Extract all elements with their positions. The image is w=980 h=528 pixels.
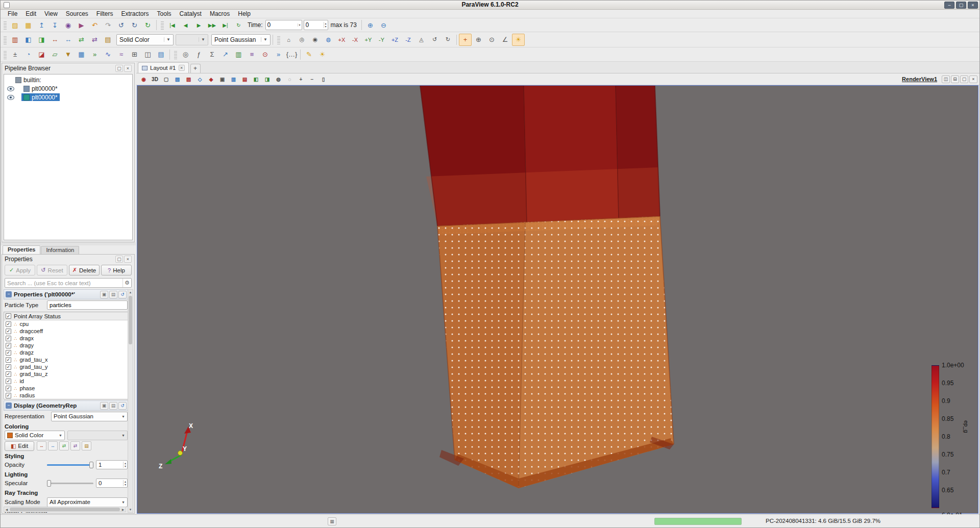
properties-section-header[interactable]: − Properties ('plt00000*' ▣▤↺ xyxy=(4,289,129,299)
search-input[interactable] xyxy=(5,280,122,286)
adjust-camera-icon[interactable]: ◉ xyxy=(138,74,149,84)
slice-icon[interactable]: ▱ xyxy=(48,48,61,61)
isometric-view-icon[interactable]: ◬ xyxy=(415,34,428,46)
programmable-filter-icon[interactable]: {…} xyxy=(285,48,298,61)
frame-index-input[interactable] xyxy=(304,20,324,30)
view-minus-x-icon[interactable]: -X xyxy=(349,34,361,46)
array-row[interactable]: ∴ grad_tau_z xyxy=(4,370,128,378)
scroll-down-icon[interactable]: ▼ xyxy=(128,507,133,512)
particle-type-field[interactable] xyxy=(47,300,128,310)
display-section-header[interactable]: − Display (GeometryRep ▣▤↺ xyxy=(4,400,129,411)
last-frame-icon[interactable]: ▶| xyxy=(219,19,232,31)
particle-type-input[interactable] xyxy=(47,301,127,309)
camera-undo-icon[interactable]: ↺ xyxy=(115,19,128,31)
integrate-icon[interactable]: Σ xyxy=(206,48,218,61)
close-tab-icon[interactable]: × xyxy=(179,65,185,71)
color-array-select[interactable]: Solid Color ▼ xyxy=(5,431,65,440)
view-plus-x-icon[interactable]: +X xyxy=(335,34,348,46)
menu-item[interactable]: Filters xyxy=(92,10,117,18)
array-checkbox[interactable] xyxy=(6,364,11,370)
light-bulb-icon[interactable]: ☀ xyxy=(316,48,329,61)
spinner-arrows-icon[interactable]: ▴▾ xyxy=(123,462,127,468)
view-plus-z-icon[interactable]: +Z xyxy=(388,34,401,46)
rescale-to-visible-range-icon[interactable]: ⇄ xyxy=(70,441,80,450)
toolbar-drag-handle[interactable] xyxy=(4,20,7,30)
show-orientation-axes-icon[interactable]: ∠ xyxy=(499,34,511,46)
close-panel-icon[interactable]: × xyxy=(124,256,132,263)
undock-panel-icon[interactable]: ▢ xyxy=(115,65,123,72)
apply-button[interactable]: ✓ Apply xyxy=(5,265,35,275)
array-row[interactable]: ∴ dragz xyxy=(4,349,128,356)
zoom-in-icon[interactable]: ⊕ xyxy=(364,19,377,31)
reset-camera-icon[interactable]: ⌂ xyxy=(282,34,295,46)
restore-defaults-icon[interactable]: ↺ xyxy=(118,402,127,410)
scaling-mode-select[interactable]: All Approximate ▼ xyxy=(47,497,128,507)
copy-section-icon[interactable]: ▣ xyxy=(100,291,108,298)
menu-item[interactable]: Extractors xyxy=(117,10,153,18)
time-value-input[interactable] xyxy=(266,20,298,30)
rotate-cw-90-icon[interactable]: ↻ xyxy=(442,34,454,46)
array-checkbox[interactable] xyxy=(6,386,11,391)
save-animation-icon[interactable]: ▶ xyxy=(75,19,88,31)
warp-by-vector-icon[interactable]: ≈ xyxy=(115,48,128,61)
first-frame-icon[interactable]: |◀ xyxy=(166,19,179,31)
menu-item[interactable]: Tools xyxy=(153,10,176,18)
select-points-rectangle-icon[interactable]: ▨ xyxy=(183,74,194,84)
time-value-combo[interactable]: ▾ xyxy=(265,20,302,30)
interactive-select-cells-icon[interactable]: ◧ xyxy=(251,74,261,84)
zoom-out-icon[interactable]: ⊖ xyxy=(377,19,390,31)
pipeline-item[interactable]: plt00000* xyxy=(4,84,132,93)
interactive-select-points-icon[interactable]: ◨ xyxy=(262,74,273,84)
pipeline-browser-header[interactable]: Pipeline Browser ▢× xyxy=(2,63,134,73)
rotate-ccw-90-icon[interactable]: ↺ xyxy=(428,34,441,46)
hover-points-icon[interactable]: ◌ xyxy=(284,74,295,84)
reset-center-icon[interactable]: ⊕ xyxy=(472,34,485,46)
zoom-to-box-icon[interactable]: ▢ xyxy=(161,74,172,84)
extract-block-icon[interactable]: ◫ xyxy=(141,48,154,61)
close-button[interactable]: × xyxy=(968,2,978,9)
array-checkbox[interactable] xyxy=(6,371,11,377)
slider-handle[interactable] xyxy=(89,462,93,468)
histogram-icon[interactable]: ▥ xyxy=(232,48,245,61)
pipeline-item[interactable]: plt00000* xyxy=(4,93,132,102)
reset-camera-direction-icon[interactable]: ◍ xyxy=(322,34,335,46)
save-screenshot-icon[interactable]: ◉ xyxy=(62,19,75,31)
help-button[interactable]: ? Help xyxy=(101,265,132,275)
open-icon[interactable]: ▨ xyxy=(9,19,21,31)
clear-selection-icon[interactable]: ▯ xyxy=(318,74,329,84)
ruler-icon[interactable]: ✎ xyxy=(303,48,315,61)
contour-icon[interactable]: ◔ xyxy=(22,48,35,61)
toolbar-drag-handle[interactable] xyxy=(174,50,177,59)
properties-search[interactable]: ⚙ xyxy=(5,278,132,288)
select-frustum-points-icon[interactable]: ▤ xyxy=(239,74,250,84)
spinner-arrows-icon[interactable]: ▴▾ xyxy=(324,22,328,28)
auto-apply-icon[interactable]: ↻ xyxy=(141,19,154,31)
array-row[interactable]: ∴ dragcoeff xyxy=(4,328,128,335)
extract-subset-icon[interactable]: ▦ xyxy=(75,48,88,61)
hover-cells-icon[interactable]: ◍ xyxy=(273,74,284,84)
specular-slider[interactable] xyxy=(47,479,93,487)
menu-item[interactable]: Catalyst xyxy=(176,10,206,18)
array-row[interactable]: ∴ dragy xyxy=(4,342,128,349)
find-data-icon[interactable]: ◎ xyxy=(179,48,192,61)
select-frustum-cells-icon[interactable]: ▥ xyxy=(228,74,239,84)
scroll-right-icon[interactable]: ▶ xyxy=(120,508,126,511)
array-row[interactable]: ∴ grad_tau_x xyxy=(4,356,128,363)
view-minus-z-icon[interactable]: -Z xyxy=(402,34,414,46)
menu-item[interactable]: View xyxy=(40,10,62,18)
menu-item[interactable]: Macros xyxy=(206,10,234,18)
color-legend[interactable]: 1.0e+00 0.950.90.850.80.750.70.65 6.0e-0… xyxy=(929,360,978,514)
clip-icon[interactable]: ◪ xyxy=(35,48,48,61)
split-vertical-icon[interactable]: ⊟ xyxy=(951,76,959,83)
menu-item[interactable]: File xyxy=(4,10,21,18)
next-frame-icon[interactable]: ▶▶ xyxy=(206,19,218,31)
camera-redo-icon[interactable]: ↻ xyxy=(128,19,141,31)
menu-item[interactable]: Help xyxy=(234,10,255,18)
add-layout-button[interactable]: + xyxy=(190,64,201,73)
show-center-of-rotation-icon[interactable]: + xyxy=(459,34,472,46)
panel-tab[interactable]: Properties xyxy=(3,245,40,254)
stream-tracer-icon[interactable]: ∿ xyxy=(102,48,114,61)
fx-icon[interactable]: ƒ xyxy=(192,48,205,61)
rescale-to-custom-range-icon[interactable]: ↔ xyxy=(48,441,58,450)
array-checkbox[interactable] xyxy=(6,357,11,363)
